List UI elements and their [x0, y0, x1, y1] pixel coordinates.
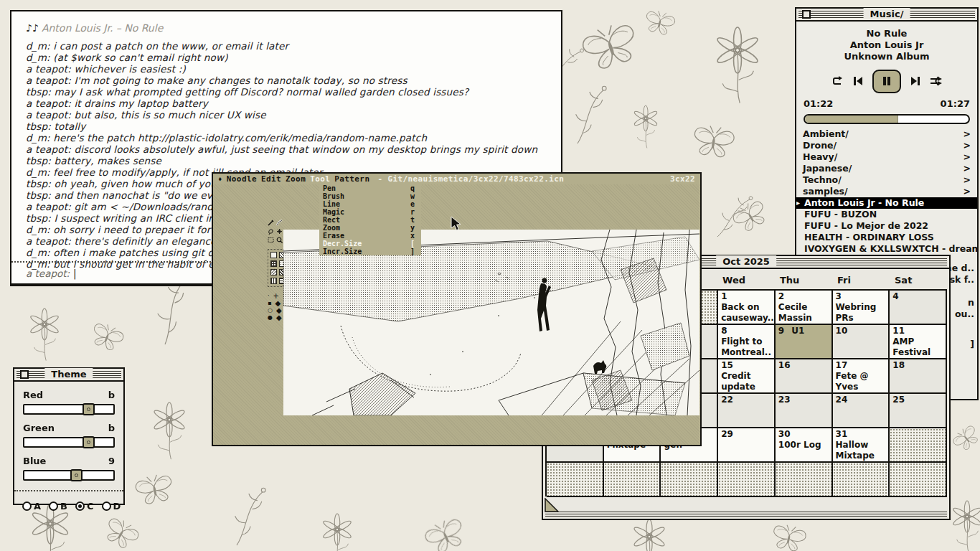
drawing-canvas[interactable] — [283, 230, 699, 415]
pattern-swatch-diagonal[interactable] — [270, 269, 277, 276]
theme-titlebar[interactable]: Theme — [14, 369, 123, 382]
menubar-item[interactable]: Tool — [310, 174, 330, 184]
menubar-item[interactable]: Noodle — [227, 174, 257, 184]
slider-track[interactable] — [23, 437, 115, 448]
calendar-cell[interactable]: 31 Hallow Mixtape — [833, 428, 890, 463]
slider-label: Red — [23, 390, 43, 400]
pattern-swatch-vlines[interactable] — [270, 278, 277, 284]
music-folder[interactable]: Techno/ > — [796, 174, 977, 186]
slider-track[interactable] — [23, 404, 115, 415]
calendar-cell[interactable]: 4 — [890, 291, 947, 325]
menubar-item[interactable]: Edit — [261, 174, 281, 184]
calendar-cell[interactable] — [890, 428, 947, 463]
window-resize-stripes[interactable] — [545, 512, 947, 517]
brush-size-option[interactable]: ● ◆ — [268, 314, 285, 321]
magic-wand-icon[interactable] — [276, 228, 283, 235]
calendar-cell[interactable]: 30 100r Log — [776, 428, 833, 463]
menu-item[interactable]: Line e — [319, 200, 421, 208]
calendar-cell[interactable]: 23 — [776, 394, 833, 428]
close-box[interactable] — [802, 10, 811, 19]
calendar-cell[interactable]: 9 U1 — [776, 325, 833, 359]
radio-circle[interactable] — [75, 501, 85, 511]
noodle-menubar: ♦ NoodleEditZoomToolPattern - Git/neauis… — [213, 174, 700, 184]
music-folder[interactable]: Drone/ > — [796, 140, 977, 151]
calendar-cell[interactable]: 16 — [776, 359, 833, 394]
music-folder[interactable]: Heavy/ > — [796, 151, 977, 163]
calendar-cell[interactable]: 2 Cecile Massin @.. — [776, 291, 833, 325]
calendar-cell[interactable]: 10 — [833, 325, 890, 359]
repeat-button[interactable] — [831, 75, 844, 87]
event-line: Fete @ — [836, 371, 886, 382]
calendar-cell[interactable] — [890, 463, 947, 497]
lasso-icon[interactable] — [268, 228, 274, 235]
calendar-cell[interactable] — [604, 463, 661, 497]
calendar-cell[interactable]: 8 Flight to Montreal.. — [718, 325, 776, 359]
menu-item[interactable]: Magic r — [319, 208, 421, 216]
slider-thumb[interactable] — [83, 436, 95, 448]
calendar-cell[interactable]: 11 AMP Festival — [890, 325, 947, 359]
music-folder[interactable]: samples/ > — [796, 186, 977, 197]
pattern-swatch-white[interactable] — [270, 252, 277, 258]
calendar-cell[interactable] — [776, 463, 833, 497]
magnifier-icon[interactable] — [276, 237, 283, 243]
calendar-cell[interactable]: 24 — [833, 394, 890, 428]
slider-thumb[interactable] — [70, 469, 83, 481]
theme-radio[interactable]: B — [49, 501, 67, 512]
calendar-cell[interactable]: 18 — [890, 359, 947, 394]
theme-radio[interactable]: D — [102, 501, 121, 512]
brush-size-options: · + ▪ ◆ ○ ◆ ● ◆ — [268, 293, 285, 321]
theme-radio[interactable]: A — [22, 501, 41, 512]
pause-button[interactable] — [872, 70, 901, 93]
day-number: 9 — [778, 326, 784, 336]
calendar-cell[interactable]: 1 Back on causeway.. — [718, 291, 776, 325]
calendar-cell[interactable] — [718, 463, 776, 497]
rect-select-icon[interactable] — [268, 237, 274, 243]
menu-item[interactable]: Brush w — [319, 192, 421, 200]
pattern-swatch-grid[interactable] — [270, 260, 277, 267]
calendar-cell[interactable]: 25 — [890, 394, 947, 428]
pen-icon[interactable] — [268, 220, 274, 226]
calendar-cell[interactable] — [547, 463, 604, 497]
radio-circle[interactable] — [49, 501, 58, 511]
music-track[interactable]: ▸ Anton Louis Jr - No Rule — [796, 197, 977, 209]
progress-bar[interactable] — [804, 114, 970, 124]
menubar-item[interactable]: Pattern — [334, 174, 369, 184]
chat-message: tbsp: totally — [26, 121, 557, 132]
previous-track-button[interactable] — [853, 76, 863, 86]
calendar-cell[interactable]: 29 — [718, 428, 776, 463]
calendar-cell[interactable]: 17 Fete @ Yves — [833, 359, 890, 394]
shuffle-button[interactable] — [930, 76, 943, 86]
menubar-item[interactable]: Zoom — [286, 174, 306, 184]
menu-item[interactable]: Decr.Size [ — [319, 240, 421, 248]
menu-item[interactable]: Erase x — [319, 232, 421, 240]
radio-circle[interactable] — [22, 501, 32, 511]
calendar-cell[interactable]: 3 Webring PRs — [833, 291, 890, 325]
music-track[interactable]: ▸ FUFU - Lo Mejor de 2022 — [796, 220, 977, 232]
calendar-cell[interactable]: 22 — [718, 394, 776, 428]
menu-item[interactable]: Pen q — [319, 184, 421, 192]
progress-fill — [805, 116, 898, 123]
slider-track[interactable] — [23, 470, 115, 481]
calendar-cell[interactable] — [833, 463, 890, 497]
slider-thumb[interactable] — [83, 403, 95, 415]
music-track[interactable]: ▸ HEALTH - ORDINARY LOSS — [796, 232, 977, 243]
track-name: HEALTH - ORDINARY LOSS — [804, 232, 934, 242]
calendar-cell[interactable]: 15 Credit update — [718, 359, 776, 394]
calendar-cell[interactable] — [661, 463, 718, 497]
menu-item[interactable]: Incr.Size ] — [319, 248, 421, 255]
track-name: IVOXYGEN & KXLLSWXTCH - dreamer .. — [804, 243, 977, 254]
menu-item-shortcut: q — [410, 184, 415, 192]
theme-radio[interactable]: C — [75, 501, 94, 512]
music-track[interactable]: ▸ IVOXYGEN & KXLLSWXTCH - dreamer .. — [796, 243, 977, 255]
close-box[interactable] — [20, 370, 29, 379]
brush-icon[interactable] — [276, 220, 283, 226]
music-titlebar[interactable]: Music/ — [796, 9, 977, 22]
window-title: Oct 2025 — [716, 255, 776, 268]
menu-item[interactable]: Rect t — [319, 216, 421, 224]
next-track-button[interactable] — [910, 76, 920, 86]
music-track[interactable]: ▸ FUFU - BUZON — [796, 209, 977, 220]
menu-item[interactable]: Zoom y — [319, 224, 421, 232]
radio-circle[interactable] — [102, 501, 111, 511]
music-folder[interactable]: Japanese/ > — [796, 163, 977, 174]
music-folder[interactable]: Ambient/ > — [796, 128, 977, 140]
